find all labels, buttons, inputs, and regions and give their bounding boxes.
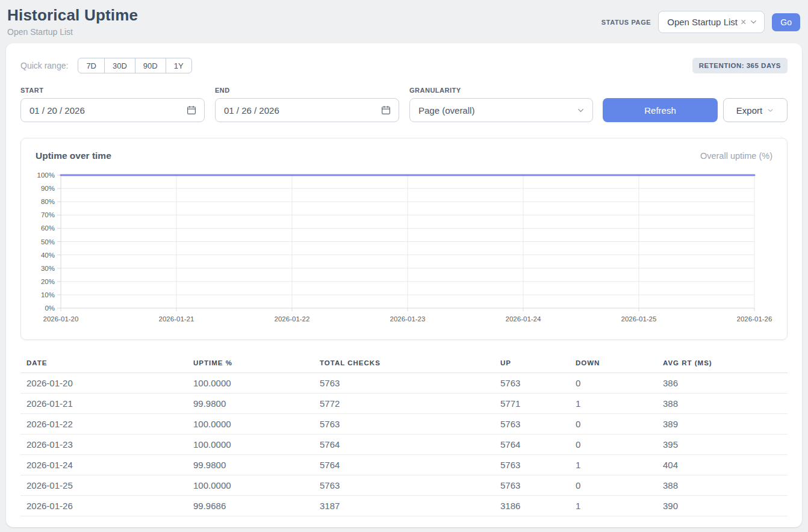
status-page-value: Open Startup List xyxy=(667,17,738,27)
status-page-select[interactable]: Open Startup List × xyxy=(658,11,765,33)
table-cell: 100.0000 xyxy=(187,414,314,435)
svg-text:0%: 0% xyxy=(45,305,55,312)
uptime-chart-card: Uptime over time Overall uptime (%) 0%10… xyxy=(20,138,788,340)
table-cell: 388 xyxy=(657,475,788,496)
table-cell: 5763 xyxy=(314,414,494,435)
table-cell: 2026-01-21 xyxy=(20,394,187,414)
table-row: 2026-01-23100.0000576457640395 xyxy=(20,435,788,455)
table-cell: 3187 xyxy=(314,496,494,516)
column-header: UP xyxy=(494,354,570,373)
table-cell: 1 xyxy=(570,496,657,516)
end-date-input[interactable]: 01 / 26 / 2026 xyxy=(215,98,399,122)
table-cell: 5763 xyxy=(494,475,570,496)
table-cell: 5764 xyxy=(314,435,494,455)
svg-text:90%: 90% xyxy=(41,185,55,192)
table-cell: 5764 xyxy=(494,435,570,455)
status-page-controls: STATUS PAGE Open Startup List × Go xyxy=(601,11,800,33)
calendar-icon[interactable] xyxy=(381,105,391,116)
table-cell: 1 xyxy=(570,455,657,475)
end-date-field: END 01 / 26 / 2026 xyxy=(215,87,399,122)
table-cell: 5771 xyxy=(494,394,570,414)
table-cell: 99.9800 xyxy=(187,394,314,414)
quick-range-button-group: 7D30D90D1Y xyxy=(78,58,191,73)
table-cell: 389 xyxy=(657,414,788,435)
end-date-label: END xyxy=(215,87,399,94)
table-cell: 5763 xyxy=(494,414,570,435)
table-cell: 2026-01-24 xyxy=(20,455,187,475)
historical-uptime-page: Historical Uptime Open Startup List STAT… xyxy=(0,0,808,532)
svg-text:70%: 70% xyxy=(41,211,55,218)
table-cell: 0 xyxy=(570,435,657,455)
quick-range-label: Quick range: xyxy=(20,61,68,70)
svg-text:2026-01-21: 2026-01-21 xyxy=(159,315,194,323)
table-cell: 390 xyxy=(657,496,788,516)
table-cell: 99.9800 xyxy=(187,455,314,475)
table-body: 2026-01-20100.00005763576303862026-01-21… xyxy=(20,373,788,516)
page-title: Historical Uptime xyxy=(7,6,138,25)
start-date-value: 01 / 20 / 2026 xyxy=(30,105,85,116)
main-panel: Quick range: 7D30D90D1Y RETENTION: 365 D… xyxy=(6,43,802,527)
chart-legend: Overall uptime (%) xyxy=(700,151,772,161)
chart-title: Uptime over time xyxy=(36,150,111,161)
uptime-line-chart: 0%10%20%30%40%50%60%70%80%90%100%2026-01… xyxy=(33,170,776,327)
table-cell: 395 xyxy=(657,435,788,455)
chevron-down-icon xyxy=(576,106,585,115)
table-cell: 0 xyxy=(570,475,657,496)
table-row: 2026-01-2699.9686318731861390 xyxy=(20,496,788,516)
table-cell: 2026-01-23 xyxy=(20,435,187,455)
start-date-label: START xyxy=(20,87,205,94)
table-cell: 100.0000 xyxy=(187,373,314,394)
quick-range-button-90d[interactable]: 90D xyxy=(135,58,166,73)
table-row: 2026-01-22100.0000576357630389 xyxy=(20,414,788,435)
table-cell: 388 xyxy=(657,394,788,414)
go-button[interactable]: Go xyxy=(772,13,800,31)
table-cell: 5763 xyxy=(494,373,570,394)
granularity-select[interactable]: Page (overall) xyxy=(409,98,593,122)
calendar-icon[interactable] xyxy=(186,105,197,116)
table-cell: 5763 xyxy=(314,373,494,394)
quick-range-button-1y[interactable]: 1Y xyxy=(166,58,192,73)
start-date-input[interactable]: 01 / 20 / 2026 xyxy=(20,98,205,122)
quick-range-row: Quick range: 7D30D90D1Y RETENTION: 365 D… xyxy=(20,58,788,73)
table-cell: 99.9686 xyxy=(187,496,314,516)
svg-text:100%: 100% xyxy=(37,172,55,179)
refresh-button[interactable]: Refresh xyxy=(603,98,718,122)
table-cell: 2026-01-26 xyxy=(20,496,187,516)
title-block: Historical Uptime Open Startup List xyxy=(7,6,138,37)
svg-text:2026-01-23: 2026-01-23 xyxy=(390,315,426,323)
retention-badge: RETENTION: 365 DAYS xyxy=(692,58,788,73)
table-row: 2026-01-20100.0000576357630386 xyxy=(20,373,788,394)
svg-text:30%: 30% xyxy=(41,265,55,272)
column-header: DATE xyxy=(20,354,187,373)
clear-selection-icon[interactable]: × xyxy=(740,17,747,27)
table-cell: 5763 xyxy=(494,455,570,475)
status-page-label: STATUS PAGE xyxy=(601,19,651,26)
svg-text:80%: 80% xyxy=(41,198,55,205)
chart-header: Uptime over time Overall uptime (%) xyxy=(33,150,775,161)
export-button[interactable]: Export xyxy=(723,98,788,122)
table-cell: 3186 xyxy=(494,496,570,516)
page-subtitle: Open Startup List xyxy=(7,27,138,37)
svg-text:2026-01-22: 2026-01-22 xyxy=(275,315,310,323)
svg-text:20%: 20% xyxy=(41,278,55,285)
table-cell: 5772 xyxy=(314,394,494,414)
table-cell: 5764 xyxy=(314,455,494,475)
uptime-table: DATEUPTIME %TOTAL CHECKSUPDOWNAVG RT (MS… xyxy=(20,354,788,516)
end-date-value: 01 / 26 / 2026 xyxy=(224,105,279,116)
column-header: AVG RT (MS) xyxy=(657,354,788,373)
start-date-field: START 01 / 20 / 2026 xyxy=(20,87,205,122)
table-row: 2026-01-25100.0000576357630388 xyxy=(20,475,788,496)
svg-text:50%: 50% xyxy=(41,238,55,246)
quick-range-button-7d[interactable]: 7D xyxy=(78,58,105,73)
table-cell: 386 xyxy=(657,373,788,394)
table-header-row: DATEUPTIME %TOTAL CHECKSUPDOWNAVG RT (MS… xyxy=(20,354,788,373)
svg-text:40%: 40% xyxy=(41,252,55,259)
table-cell: 404 xyxy=(657,455,788,475)
column-header: DOWN xyxy=(570,354,657,373)
svg-text:2026-01-25: 2026-01-25 xyxy=(621,315,657,323)
table-cell: 0 xyxy=(570,414,657,435)
topbar: Historical Uptime Open Startup List STAT… xyxy=(0,0,808,43)
table-cell: 1 xyxy=(570,394,657,414)
granularity-label: GRANULARITY xyxy=(409,87,593,94)
quick-range-button-30d[interactable]: 30D xyxy=(104,58,135,73)
